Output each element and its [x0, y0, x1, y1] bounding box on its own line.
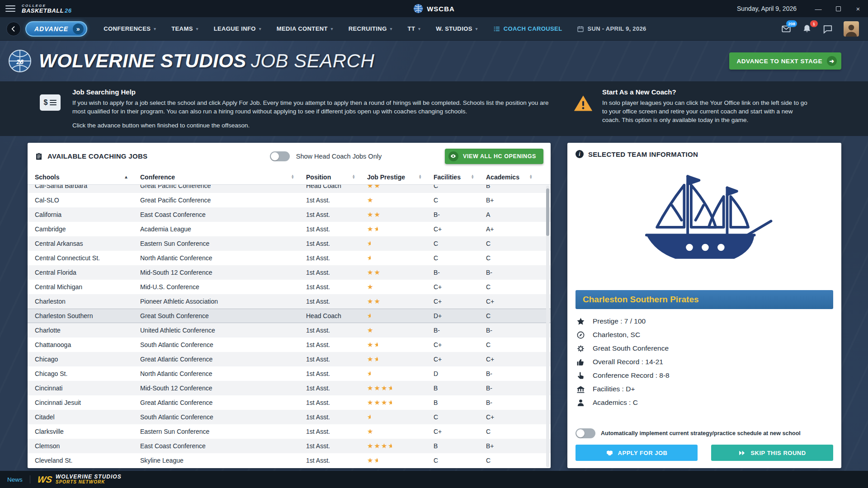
sort-ascending-icon: ▲ [124, 174, 128, 179]
team-detail: Academics : C [576, 396, 833, 409]
nav-item-teams[interactable]: TEAMS▾ [171, 25, 198, 32]
half-star-icon: ★ [367, 312, 371, 320]
cell-facilities: C [434, 240, 486, 247]
news-link[interactable]: News [7, 476, 23, 483]
nav-item-conferences[interactable]: CONFERENCES▾ [104, 25, 156, 32]
advance-label: ADVANCE [34, 25, 68, 33]
minimize-button[interactable]: — [808, 0, 828, 17]
table-row[interactable]: CitadelSouth Atlantic Conference1st Asst… [28, 410, 551, 424]
cell-prestige: ★★★★ [367, 399, 434, 407]
cell-academics: C [486, 341, 544, 348]
advance-button[interactable]: ADVANCE » [25, 21, 87, 37]
table-row[interactable]: CharlestonPioneer Athletic Association1s… [28, 294, 551, 309]
menu-icon[interactable] [5, 5, 15, 12]
table-row[interactable]: Central Connecticut St.North Atlantic Co… [28, 251, 551, 265]
star-icon: ★ [374, 442, 381, 450]
column-header-position[interactable]: Position▲▼ [306, 169, 367, 184]
nav-item-w-studios[interactable]: W. STUDIOS▾ [436, 25, 477, 32]
star-icon: ★ [367, 384, 374, 392]
table-row[interactable]: ClarksvilleEastern Sun Conference1st Ass… [28, 424, 551, 439]
star-icon: ★ [367, 341, 374, 349]
cell-academics: C [486, 240, 544, 247]
cell-facilities: B- [434, 211, 486, 218]
maximize-button[interactable] [828, 0, 848, 17]
cell-position: Head Coach [306, 185, 367, 189]
handshake-icon [606, 449, 613, 457]
cell-position: 1st Asst. [306, 327, 367, 334]
column-header-job-prestige[interactable]: Job Prestige▲▼ [367, 169, 434, 184]
nav-icons: 208 1 [781, 21, 859, 37]
column-header-facilities[interactable]: Facilities▲▼ [434, 169, 486, 184]
table-row[interactable]: Cal-Santa BarbaraGreat Pacific Conferenc… [28, 185, 551, 193]
table-row[interactable]: ChattanoogaSouth Atlantic Conference1st … [28, 338, 551, 352]
strategy-toggle[interactable] [576, 428, 595, 438]
table-row[interactable]: Cleveland St.Skyline League1st Asst.★★CC [28, 453, 551, 468]
nav-item-league-info[interactable]: LEAGUE INFO▾ [214, 25, 261, 32]
table-row[interactable]: CambridgeAcademia League1st Asst.★★C+A+ [28, 222, 551, 236]
star-icon [576, 317, 585, 326]
cell-academics: C [486, 312, 544, 319]
help-band: $ Job Searching Help If you wish to appl… [0, 81, 868, 136]
cell-academics: B- [486, 399, 544, 406]
advance-stage-button[interactable]: ADVANCE TO NEXT STAGE ➜ [729, 52, 841, 70]
chevron-down-icon: ▾ [418, 27, 420, 31]
table-row-selected[interactable]: Charleston SouthernGreat South Conferenc… [28, 309, 551, 323]
cell-facilities: C+ [434, 341, 486, 348]
apply-for-job-button[interactable]: APPLY FOR JOB [576, 445, 698, 461]
table-row[interactable]: Cal-SLOGreat Pacific Conference1st Asst.… [28, 193, 551, 207]
page-logo-icon: 26 [8, 49, 32, 73]
basketball-icon [413, 4, 423, 14]
view-hc-openings-button[interactable]: VIEW ALL HC OPENINGS [445, 149, 543, 164]
column-header-conference[interactable]: Conference▲▼ [140, 169, 306, 184]
nav-menu: CONFERENCES▾TEAMS▾LEAGUE INFO▾MEDIA CONT… [104, 25, 477, 32]
column-header-academics[interactable]: Academics▲▼ [486, 169, 544, 184]
back-button[interactable] [6, 22, 21, 36]
apply-for-job-label: APPLY FOR JOB [618, 450, 668, 456]
table-row[interactable]: Central FloridaMid-South 12 Conference1s… [28, 265, 551, 280]
network-logo-line2: SPORTS NETWORK [56, 480, 122, 485]
half-star-icon: ★ [374, 456, 377, 465]
mail-icon[interactable]: 208 [781, 24, 791, 34]
cell-prestige: ★★ [367, 185, 434, 190]
cell-facilities: C+ [434, 283, 486, 291]
cell-academics: C+ [486, 298, 544, 305]
scrollbar-thumb[interactable] [546, 188, 549, 236]
cell-position: Head Coach [306, 312, 367, 319]
column-header-schools[interactable]: Schools▲ [35, 169, 140, 184]
table-row[interactable]: Chicago St.North Atlantic Conference1st … [28, 366, 551, 381]
table-row[interactable]: Cincinnati JesuitGreat Atlantic Conferen… [28, 395, 551, 410]
nav-item-coach-carousel[interactable]: COACH CAROUSEL [493, 25, 562, 33]
app-logo: COLLEGE BASKETBALL26 [22, 4, 72, 14]
bell-icon[interactable]: 1 [802, 24, 812, 34]
star-icon: ★ [381, 399, 388, 407]
half-star-icon: ★ [367, 239, 371, 248]
cell-academics: B+ [486, 442, 544, 450]
close-button[interactable]: × [848, 0, 868, 17]
table-row[interactable]: CincinnatiMid-South 12 Conference1st Ass… [28, 381, 551, 395]
team-buttons: APPLY FOR JOB SKIP THIS ROUND [576, 445, 833, 461]
table-row[interactable]: CharlotteUnited Athletic Conference1st A… [28, 323, 551, 338]
nav-item-media-content[interactable]: MEDIA CONTENT▾ [277, 25, 333, 32]
cell-academics: C [486, 254, 544, 262]
skip-round-button[interactable]: SKIP THIS ROUND [711, 445, 833, 461]
nav-item-tt[interactable]: TT▾ [408, 25, 421, 32]
titlebar: COLLEGE BASKETBALL26 WSCBA Sunday, April… [0, 0, 868, 17]
cell-academics: B- [486, 327, 544, 334]
table-scrollbar[interactable] [546, 186, 549, 467]
table-row[interactable]: Central ArkansasEastern Sun Conference1s… [28, 236, 551, 251]
cell-facilities: C [434, 185, 486, 189]
hc-only-toggle[interactable] [270, 151, 290, 161]
table-row[interactable]: ClemsonEast Coast Conference1st Asst.★★★… [28, 439, 551, 453]
table-row[interactable]: CaliforniaEast Coast Conference1st Asst.… [28, 207, 551, 222]
cell-position: 1st Asst. [306, 370, 367, 377]
table-row[interactable]: Central MichiganMid-U.S. Conference1st A… [28, 280, 551, 294]
cell-facilities: C [434, 413, 486, 421]
star-icon: ★ [367, 283, 374, 291]
nav-item-recruiting[interactable]: RECRUITING▾ [349, 25, 392, 32]
sort-icon: ▲▼ [352, 175, 355, 179]
avatar[interactable] [844, 21, 859, 37]
chat-icon[interactable] [823, 24, 833, 34]
star-icon: ★ [367, 427, 374, 436]
cell-position: 1st Asst. [306, 283, 367, 291]
table-row[interactable]: ChicagoGreat Atlantic Conference1st Asst… [28, 352, 551, 366]
